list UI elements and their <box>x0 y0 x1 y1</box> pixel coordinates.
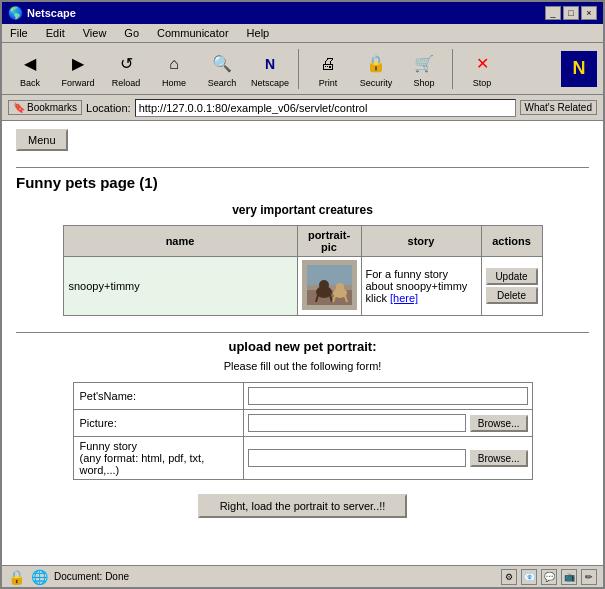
print-button[interactable]: 🖨 Print <box>306 50 350 88</box>
story-link[interactable]: [here] <box>390 292 418 304</box>
divider-2 <box>16 332 589 333</box>
menu-edit[interactable]: Edit <box>42 26 69 40</box>
update-button[interactable]: Update <box>486 268 538 285</box>
name-input[interactable] <box>68 279 293 293</box>
svg-point-9 <box>336 283 344 291</box>
form-label-name: Pet'sName: <box>74 383 244 409</box>
close-button[interactable]: × <box>581 6 597 20</box>
window-title: Netscape <box>27 7 76 19</box>
col-story: story <box>361 226 481 257</box>
submit-area: Right, load the portrait to server..!! <box>16 494 589 518</box>
home-icon: ⌂ <box>160 50 188 78</box>
netscape-logo-area: N <box>561 51 597 87</box>
status-icon-5: 💬 <box>541 569 557 585</box>
col-name: name <box>63 226 297 257</box>
form-label-story: Funny story (any format: html, pdf, txt,… <box>74 437 244 479</box>
page-title: Funny pets page (1) <box>16 174 589 191</box>
col-portrait: portrait-pic <box>297 226 361 257</box>
forward-icon: ▶ <box>64 50 92 78</box>
actions-cell: Update Delete <box>481 257 542 316</box>
story-browse-button[interactable]: Browse... <box>470 450 528 467</box>
form-label-picture: Picture: <box>74 410 244 436</box>
title-bar-text: 🌎 Netscape <box>8 6 76 20</box>
col-actions: actions <box>481 226 542 257</box>
bookmark-icon: 🔖 <box>13 102 25 113</box>
bookmarks-button[interactable]: 🔖 Bookmarks <box>8 100 82 115</box>
title-bar-controls: _ □ × <box>545 6 597 20</box>
stop-button[interactable]: ✕ Stop <box>460 50 504 88</box>
security-button[interactable]: 🔒 Security <box>354 50 398 88</box>
reload-label: Reload <box>112 78 141 88</box>
status-icons: ⚙ 📧 💬 📺 ✏ <box>501 569 597 585</box>
search-label: Search <box>208 78 237 88</box>
story-cell: For a funny story about snoopy+timmy kli… <box>361 257 481 316</box>
shop-button[interactable]: 🛒 Shop <box>402 50 446 88</box>
reload-icon: ↺ <box>112 50 140 78</box>
reload-button[interactable]: ↺ Reload <box>104 50 148 88</box>
form-input-cell-story: Browse... <box>244 447 532 469</box>
menu-view[interactable]: View <box>79 26 111 40</box>
print-label: Print <box>319 78 338 88</box>
forward-button[interactable]: ▶ Forward <box>56 50 100 88</box>
status-text: Document: Done <box>54 571 495 582</box>
toolbar-separator-2 <box>452 49 454 89</box>
search-button[interactable]: 🔍 Search <box>200 50 244 88</box>
menu-button[interactable]: Menu <box>16 129 68 151</box>
location-input[interactable] <box>135 99 516 117</box>
status-icon-1: 🔒 <box>8 569 25 585</box>
back-button[interactable]: ◀ Back <box>8 50 52 88</box>
netscape-label: Netscape <box>251 78 289 88</box>
location-bar: 🔖 Bookmarks Location: What's Related <box>2 95 603 121</box>
menu-go[interactable]: Go <box>120 26 143 40</box>
section-heading: very important creatures <box>16 203 589 217</box>
upload-form: Pet'sName: Picture: Browse... Funny stor… <box>73 382 533 480</box>
app-logo: 🌎 <box>8 6 23 20</box>
back-label: Back <box>20 78 40 88</box>
pet-portrait-image <box>302 260 357 310</box>
submit-button[interactable]: Right, load the portrait to server..!! <box>198 494 408 518</box>
status-icon-3: ⚙ <box>501 569 517 585</box>
netscape-icon: N <box>256 50 284 78</box>
name-cell <box>63 257 297 316</box>
toolbar-separator <box>298 49 300 89</box>
print-icon: 🖨 <box>314 50 342 78</box>
minimize-button[interactable]: _ <box>545 6 561 20</box>
pets-name-input[interactable] <box>248 387 528 405</box>
upload-subtitle: Please fill out the following form! <box>16 360 589 372</box>
form-row-story: Funny story (any format: html, pdf, txt,… <box>74 437 532 479</box>
delete-button[interactable]: Delete <box>486 287 538 304</box>
stop-label: Stop <box>473 78 492 88</box>
home-button[interactable]: ⌂ Home <box>152 50 196 88</box>
status-icon-2: 🌐 <box>31 569 48 585</box>
forward-label: Forward <box>61 78 94 88</box>
divider-1 <box>16 167 589 168</box>
maximize-button[interactable]: □ <box>563 6 579 20</box>
story-input[interactable] <box>248 449 466 467</box>
form-input-cell-picture: Browse... <box>244 412 532 434</box>
form-input-cell-name <box>244 385 532 407</box>
menu-file[interactable]: File <box>6 26 32 40</box>
menu-communicator[interactable]: Communicator <box>153 26 233 40</box>
back-icon: ◀ <box>16 50 44 78</box>
stop-icon: ✕ <box>468 50 496 78</box>
security-icon: 🔒 <box>362 50 390 78</box>
svg-rect-2 <box>307 265 352 285</box>
status-bar: 🔒 🌐 Document: Done ⚙ 📧 💬 📺 ✏ <box>2 565 603 587</box>
form-row-picture: Picture: Browse... <box>74 410 532 437</box>
form-row-name: Pet'sName: <box>74 383 532 410</box>
whats-related-button[interactable]: What's Related <box>520 100 598 115</box>
portrait-cell <box>297 257 361 316</box>
location-label: Location: <box>86 102 131 114</box>
picture-browse-button[interactable]: Browse... <box>470 415 528 432</box>
upload-title: upload new pet portrait: <box>16 339 589 354</box>
content-area: Menu Funny pets page (1) very important … <box>2 121 603 565</box>
netscape-button[interactable]: N Netscape <box>248 50 292 88</box>
status-icon-6: 📺 <box>561 569 577 585</box>
table-row: For a funny story about snoopy+timmy kli… <box>63 257 542 316</box>
netscape-logo: N <box>561 51 597 87</box>
picture-input[interactable] <box>248 414 466 432</box>
menu-help[interactable]: Help <box>243 26 274 40</box>
pets-table: name portrait-pic story actions <box>63 225 543 316</box>
toolbar: ◀ Back ▶ Forward ↺ Reload ⌂ Home 🔍 Searc… <box>2 43 603 95</box>
status-icon-7: ✏ <box>581 569 597 585</box>
